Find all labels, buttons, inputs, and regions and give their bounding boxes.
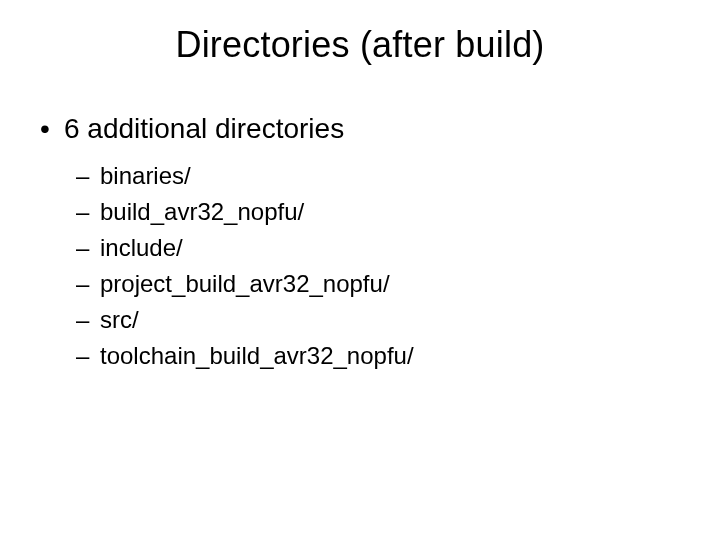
slide-title: Directories (after build) bbox=[0, 24, 720, 66]
item-text: toolchain_build_avr32_nopfu/ bbox=[100, 342, 414, 369]
list-item: – project_build_avr32_nopfu/ bbox=[72, 266, 684, 302]
list-item: – binaries/ bbox=[72, 158, 684, 194]
list-item: – toolchain_build_avr32_nopfu/ bbox=[72, 338, 684, 374]
item-text: project_build_avr32_nopfu/ bbox=[100, 270, 390, 297]
dash-icon: – bbox=[76, 266, 89, 302]
item-text: binaries/ bbox=[100, 162, 191, 189]
dash-icon: – bbox=[76, 194, 89, 230]
slide: Directories (after build) • 6 additional… bbox=[0, 0, 720, 540]
list-item: – include/ bbox=[72, 230, 684, 266]
bullet-level1: • 6 additional directories bbox=[36, 110, 684, 148]
dash-icon: – bbox=[76, 230, 89, 266]
list-item: – build_avr32_nopfu/ bbox=[72, 194, 684, 230]
dash-icon: – bbox=[76, 338, 89, 374]
list-item: – src/ bbox=[72, 302, 684, 338]
slide-body: • 6 additional directories – binaries/ –… bbox=[36, 110, 684, 374]
bullet-text: 6 additional directories bbox=[64, 113, 344, 144]
bullet-icon: • bbox=[40, 110, 50, 148]
item-text: include/ bbox=[100, 234, 183, 261]
dash-icon: – bbox=[76, 302, 89, 338]
dash-icon: – bbox=[76, 158, 89, 194]
item-text: src/ bbox=[100, 306, 139, 333]
item-text: build_avr32_nopfu/ bbox=[100, 198, 304, 225]
